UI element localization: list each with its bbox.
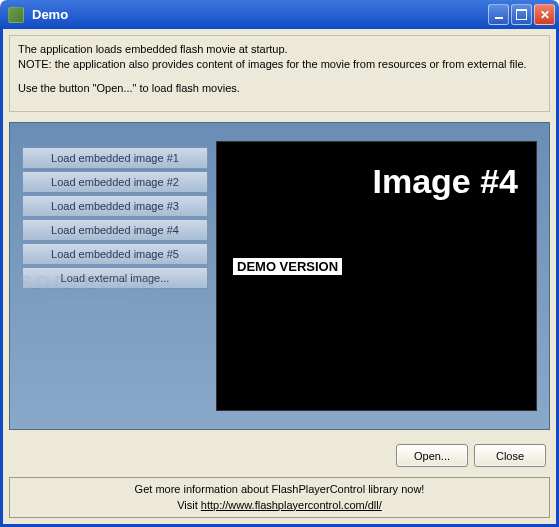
flash-movie-area: Image #4 DEMO VERSION [216, 141, 537, 411]
main-panel: SOFTPEDIA www.softpedia.com Load embedde… [9, 122, 550, 430]
load-external-button[interactable]: Load external image... [22, 267, 208, 289]
load-embedded-5-button[interactable]: Load embedded image #5 [22, 243, 208, 265]
image-button-column: Load embedded image #1 Load embedded ima… [22, 141, 208, 411]
info-line: Use the button "Open..." to load flash m… [18, 81, 541, 96]
footer-panel: Get more information about FlashPlayerCo… [9, 477, 550, 518]
info-line: NOTE: the application also provides cont… [18, 57, 541, 72]
footer-visit-prefix: Visit [177, 499, 201, 511]
window-body: The application loads embedded flash mov… [0, 29, 559, 527]
load-embedded-1-button[interactable]: Load embedded image #1 [22, 147, 208, 169]
app-icon [8, 7, 24, 23]
info-panel: The application loads embedded flash mov… [9, 35, 550, 112]
open-button[interactable]: Open... [396, 444, 468, 467]
titlebar[interactable]: Demo [0, 0, 559, 29]
action-row: Open... Close [9, 444, 550, 467]
load-embedded-2-button[interactable]: Load embedded image #2 [22, 171, 208, 193]
window-controls [488, 4, 555, 25]
maximize-button[interactable] [511, 4, 532, 25]
footer-text: Get more information about FlashPlayerCo… [14, 482, 545, 497]
demo-version-label: DEMO VERSION [233, 258, 342, 275]
footer-visit: Visit http://www.flashplayercontrol.com/… [14, 498, 545, 513]
close-window-button[interactable] [534, 4, 555, 25]
minimize-button[interactable] [488, 4, 509, 25]
footer-link[interactable]: http://www.flashplayercontrol.com/dll/ [201, 499, 382, 511]
flash-image-title: Image #4 [372, 162, 518, 201]
close-button[interactable]: Close [474, 444, 546, 467]
load-embedded-4-button[interactable]: Load embedded image #4 [22, 219, 208, 241]
window-title: Demo [32, 7, 488, 22]
load-embedded-3-button[interactable]: Load embedded image #3 [22, 195, 208, 217]
info-line: The application loads embedded flash mov… [18, 42, 541, 57]
